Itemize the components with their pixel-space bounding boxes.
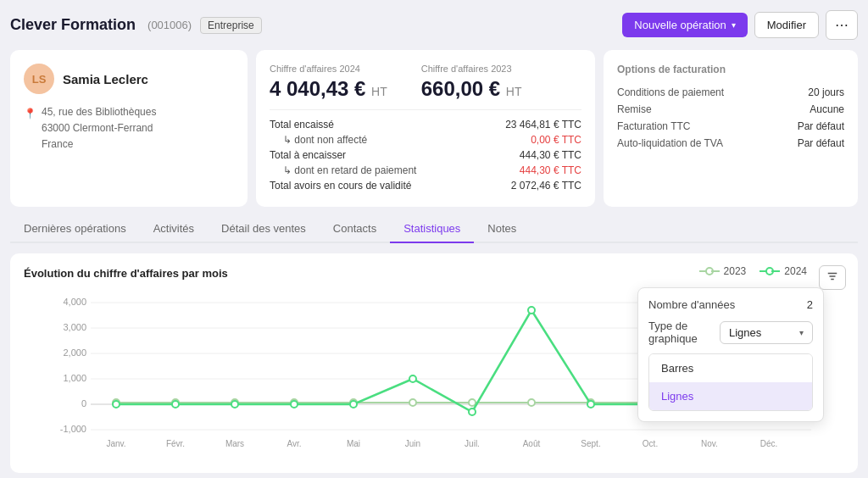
svg-text:4,000: 4,000: [63, 297, 86, 307]
svg-text:Déc.: Déc.: [760, 439, 778, 448]
finance-row: ↳ dont en retard de paiement444,30 € TTC: [270, 163, 581, 178]
modifier-button[interactable]: Modifier: [754, 12, 819, 38]
tab-dernieres[interactable]: Dernières opérations: [10, 215, 140, 243]
svg-point-48: [469, 409, 476, 415]
chart-filter-button[interactable]: [819, 265, 846, 290]
svg-point-46: [350, 401, 357, 408]
svg-text:3,000: 3,000: [63, 322, 86, 332]
company-name: Clever Formation: [10, 16, 136, 34]
option-row: RemiseAucune: [617, 101, 844, 118]
tab-detail[interactable]: Détail des ventes: [208, 215, 320, 243]
client-name: Samia Leclerc: [63, 72, 148, 86]
ca-2024-ht: HT: [371, 85, 387, 98]
dropdown-type-selected: Lignes: [729, 326, 761, 339]
svg-text:Nov.: Nov.: [701, 439, 718, 448]
finance-row-value: 23 464,81 € TTC: [505, 119, 581, 131]
svg-text:Juil.: Juil.: [465, 439, 480, 448]
finance-row-value: 0,00 € TTC: [531, 134, 581, 146]
finance-row-value: 444,30 € TTC: [520, 149, 581, 161]
svg-point-47: [409, 375, 416, 382]
svg-text:-1,000: -1,000: [60, 424, 86, 434]
company-type-badge: Entreprise: [200, 17, 262, 34]
company-id: (001006): [147, 19, 192, 31]
option-value: Par défaut: [798, 120, 844, 132]
option-label: Auto-liquidation de TVA: [617, 137, 723, 149]
option-row: Conditions de paiement20 jours: [617, 84, 844, 101]
svg-text:Juin: Juin: [405, 439, 420, 448]
ca-2024-label: Chiffre d'affaires 2024: [270, 64, 387, 74]
svg-text:Janv.: Janv.: [106, 439, 125, 448]
finance-row-value: 444,30 € TTC: [520, 164, 581, 176]
ca-2023-label: Chiffre d'affaires 2023: [421, 64, 522, 74]
tab-notes[interactable]: Notes: [474, 215, 530, 243]
svg-text:Févr.: Févr.: [166, 439, 185, 448]
finance-row-label: Total à encaisser: [270, 149, 346, 161]
svg-text:Sept.: Sept.: [581, 439, 600, 448]
option-label: Remise: [617, 103, 652, 115]
finance-row: Total avoirs en cours de validité2 072,4…: [270, 178, 581, 193]
option-row: Auto-liquidation de TVAPar défaut: [617, 135, 844, 152]
svg-point-42: [113, 401, 120, 408]
svg-point-44: [231, 401, 238, 408]
option-label: Facturation TTC: [617, 120, 690, 132]
option-value: Aucune: [810, 103, 844, 115]
finance-row: Total encaissé23 464,81 € TTC: [270, 117, 581, 132]
svg-text:1,000: 1,000: [63, 373, 86, 383]
client-address-line2: 63000 Clermont-Ferrand: [42, 120, 156, 136]
dropdown-option-barres[interactable]: Barres: [649, 354, 812, 382]
legend-2024-label: 2024: [784, 265, 807, 277]
dropdown-annees-value: 2: [807, 298, 813, 311]
finance-rows: Total encaissé23 464,81 € TTC↳ dont non …: [270, 117, 581, 193]
finance-row-label: ↳ dont en retard de paiement: [283, 164, 416, 176]
location-icon: 📍: [24, 106, 36, 122]
finance-row: ↳ dont non affecté0,00 € TTC: [270, 132, 581, 147]
chiffres-card: Chiffre d'affaires 2024 4 040,43 € HT Ch…: [256, 50, 595, 207]
legend-2024: 2024: [760, 265, 807, 277]
svg-text:Oct.: Oct.: [643, 439, 658, 448]
ca-2024-value: 4 040,43 €: [270, 77, 365, 100]
option-value: 20 jours: [808, 86, 844, 98]
client-card: LS Samia Leclerc 📍 45, rue des Bibliothè…: [10, 50, 248, 207]
dropdown-type-select[interactable]: Lignes ▾: [720, 321, 813, 344]
svg-text:Mars: Mars: [225, 439, 244, 448]
finance-row: Total à encaisser444,30 € TTC: [270, 147, 581, 163]
nouvelle-operation-button[interactable]: Nouvelle opération ▾: [622, 13, 747, 37]
dropdown-options-list: Barres Lignes: [648, 353, 813, 411]
finance-row-label: ↳ dont non affecté: [283, 134, 367, 146]
avatar: LS: [24, 64, 54, 94]
finance-row-label: Total encaissé: [270, 119, 334, 131]
option-value: Par défaut: [798, 137, 844, 149]
option-label: Conditions de paiement: [617, 86, 724, 98]
legend-2023: 2023: [699, 265, 747, 277]
nouvelle-operation-label: Nouvelle opération: [634, 19, 726, 31]
finance-row-value: 2 072,46 € TTC: [511, 180, 581, 192]
ca-2023-ht: HT: [506, 85, 522, 98]
svg-point-50: [587, 401, 594, 408]
ca-2023-value: 660,00 €: [421, 77, 500, 100]
dropdown-type-label: Type de graphique: [648, 320, 720, 345]
dropdown-annees-label: Nombre d'années: [648, 298, 735, 311]
svg-text:Mai: Mai: [347, 439, 360, 448]
client-address-line3: France: [42, 136, 156, 153]
chevron-down-icon: ▾: [732, 20, 736, 30]
tab-activites[interactable]: Activités: [140, 215, 208, 243]
chart-options-dropdown: Nombre d'années 2 Type de graphique Lign…: [637, 287, 824, 422]
legend-2023-label: 2023: [724, 265, 747, 277]
tab-statistiques[interactable]: Statistiques: [390, 215, 474, 243]
svg-point-35: [409, 399, 416, 406]
tab-contacts[interactable]: Contacts: [320, 215, 390, 243]
more-options-button[interactable]: ⋯: [826, 10, 858, 40]
svg-text:Avr.: Avr.: [287, 439, 301, 448]
client-address-line1: 45, rue des Bibliothèques: [42, 104, 156, 120]
svg-point-37: [528, 399, 535, 406]
dropdown-option-lignes[interactable]: Lignes: [649, 382, 812, 410]
finance-row-label: Total avoirs en cours de validité: [270, 180, 411, 192]
svg-point-49: [528, 307, 535, 314]
svg-text:2,000: 2,000: [63, 347, 86, 358]
svg-point-43: [172, 401, 179, 408]
svg-point-36: [469, 399, 476, 406]
svg-text:0: 0: [81, 398, 86, 409]
tabs-bar: Dernières opérationsActivitésDétail des …: [10, 215, 858, 243]
chart-section: Évolution du chiffre d'affaires par mois…: [10, 253, 858, 473]
options-rows: Conditions de paiement20 joursRemiseAucu…: [617, 84, 844, 152]
